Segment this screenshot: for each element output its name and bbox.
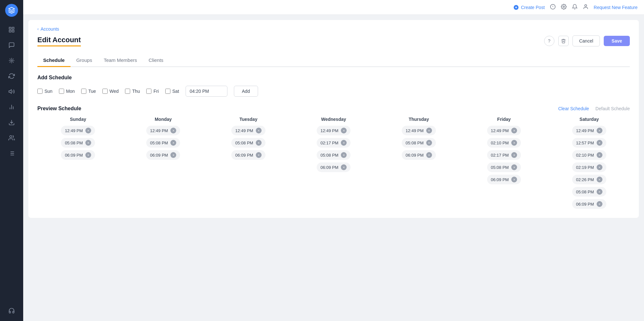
app-logo[interactable] [5, 4, 18, 17]
tab-clients[interactable]: Clients [143, 54, 169, 67]
support-icon[interactable] [5, 304, 18, 317]
remove-time-button[interactable]: × [511, 177, 517, 182]
time-pill: 02:26 PM× [572, 175, 606, 184]
default-schedule-button[interactable]: Default Schedule [595, 106, 630, 111]
network-icon[interactable] [5, 54, 18, 67]
remove-time-button[interactable]: × [426, 152, 432, 158]
add-schedule-title: Add Schedule [37, 75, 630, 81]
breadcrumb[interactable]: ‹ Accounts [37, 26, 630, 32]
time-pill: 12:49 PM× [61, 126, 95, 135]
remove-time-button[interactable]: × [256, 140, 262, 146]
remove-time-button[interactable]: × [597, 152, 602, 158]
day-col-header: Sunday [70, 117, 86, 122]
remove-time-button[interactable]: × [426, 140, 432, 146]
status-icon[interactable] [550, 4, 556, 11]
svg-line-11 [10, 62, 10, 63]
remove-time-button[interactable]: × [341, 128, 347, 133]
time-pill: 05:08 PM× [487, 162, 521, 172]
chart-icon[interactable] [5, 101, 18, 113]
day-sun[interactable]: Sun [37, 89, 53, 94]
remove-time-button[interactable]: × [341, 140, 347, 146]
remove-time-button[interactable]: × [597, 140, 602, 146]
time-label: 02:26 PM [576, 177, 594, 182]
day-col-header: Tuesday [239, 117, 257, 122]
remove-time-button[interactable]: × [597, 189, 602, 195]
checkbox-mon[interactable] [59, 89, 64, 94]
checkbox-fri[interactable] [146, 89, 151, 94]
remove-time-button[interactable]: × [511, 152, 517, 158]
remove-time-button[interactable]: × [170, 128, 176, 133]
time-label: 12:49 PM [65, 128, 83, 133]
time-pill: 06:09 PM× [487, 175, 521, 184]
remove-time-button[interactable]: × [511, 140, 517, 146]
tab-schedule[interactable]: Schedule [37, 54, 71, 67]
remove-time-button[interactable]: × [597, 164, 602, 170]
remove-time-button[interactable]: × [597, 177, 602, 182]
day-thu[interactable]: Thu [125, 89, 140, 94]
sidebar [0, 0, 23, 321]
notifications-icon[interactable] [572, 4, 578, 11]
remove-time-button[interactable]: × [170, 140, 176, 146]
time-pill: 05:08 PM× [572, 187, 606, 197]
time-pill: 12:49 PM× [231, 126, 265, 135]
cancel-button[interactable]: Cancel [572, 35, 600, 46]
remove-time-button[interactable]: × [597, 201, 602, 207]
megaphone-icon[interactable] [5, 85, 18, 98]
day-tue[interactable]: Tue [81, 89, 96, 94]
remove-time-button[interactable]: × [256, 152, 262, 158]
time-pill: 12:49 PM× [402, 126, 436, 135]
time-pill: 12:49 PM× [317, 126, 351, 135]
remove-time-button[interactable]: × [511, 128, 517, 133]
user-icon[interactable] [583, 4, 589, 11]
request-feature-link[interactable]: Request New Feature [594, 5, 638, 10]
remove-time-button[interactable]: × [597, 128, 602, 133]
time-input[interactable] [186, 86, 227, 97]
day-col-header: Monday [155, 117, 172, 122]
add-button[interactable]: Add [234, 86, 258, 97]
checkbox-tue[interactable] [81, 89, 86, 94]
delete-button[interactable] [558, 36, 569, 46]
time-label: 06:09 PM [321, 165, 339, 170]
remove-time-button[interactable]: × [256, 128, 262, 133]
time-pill: 06:09 PM× [402, 150, 436, 160]
help-button[interactable]: ? [544, 36, 554, 46]
day-wed[interactable]: Wed [102, 89, 119, 94]
clear-schedule-button[interactable]: Clear Schedule [558, 106, 589, 111]
day-mon[interactable]: Mon [59, 89, 75, 94]
svg-point-17 [10, 136, 12, 138]
tab-groups[interactable]: Groups [71, 54, 98, 67]
remove-time-button[interactable]: × [85, 152, 91, 158]
time-label: 06:09 PM [406, 153, 424, 158]
time-pill: 12:57 PM× [572, 138, 606, 148]
people-icon[interactable] [5, 131, 18, 144]
remove-time-button[interactable]: × [170, 152, 176, 158]
time-label: 02:10 PM [491, 141, 509, 145]
remove-time-button[interactable]: × [341, 152, 347, 158]
checkbox-wed[interactable] [102, 89, 108, 94]
checkbox-sat[interactable] [165, 89, 170, 94]
checkbox-thu[interactable] [125, 89, 130, 94]
checkbox-sun[interactable] [37, 89, 43, 94]
download-icon[interactable] [5, 116, 18, 129]
time-pill: 06:09 PM× [146, 150, 180, 160]
settings-icon[interactable] [561, 4, 567, 11]
list-icon[interactable] [5, 147, 18, 160]
remove-time-button[interactable]: × [511, 164, 517, 170]
time-pill: 05:08 PM× [231, 138, 265, 148]
tab-team-members[interactable]: Team Members [98, 54, 143, 67]
dashboard-icon[interactable] [5, 23, 18, 36]
time-label: 06:09 PM [150, 153, 168, 158]
save-button[interactable]: Save [604, 36, 630, 46]
remove-time-button[interactable]: × [85, 128, 91, 133]
refresh-icon[interactable] [5, 70, 18, 83]
time-label: 06:09 PM [235, 153, 253, 158]
create-post-button[interactable]: Create Post [513, 5, 545, 10]
day-fri[interactable]: Fri [146, 89, 159, 94]
remove-time-button[interactable]: × [85, 140, 91, 146]
chat-icon[interactable] [5, 39, 18, 52]
day-sat[interactable]: Sat [165, 89, 179, 94]
remove-time-button[interactable]: × [426, 128, 432, 133]
time-label: 12:49 PM [491, 128, 509, 133]
remove-time-button[interactable]: × [341, 164, 347, 170]
page-container: ‹ Accounts Edit Account ? Cancel Save Sc… [28, 20, 639, 218]
